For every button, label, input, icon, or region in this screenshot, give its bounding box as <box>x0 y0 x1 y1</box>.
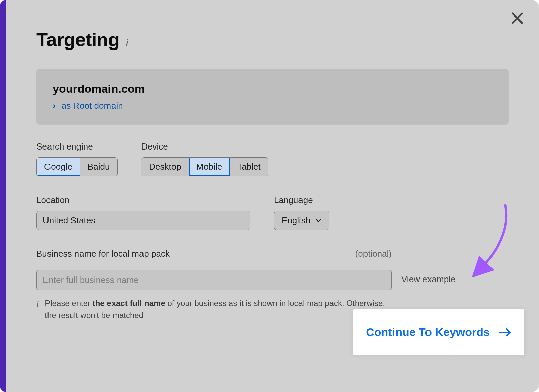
search-engine-group: Google Baidu <box>36 157 118 176</box>
domain-name: yourdomain.com <box>53 82 493 95</box>
close-button[interactable] <box>509 10 526 26</box>
info-icon[interactable]: i <box>125 36 128 49</box>
arrow-right-icon <box>499 328 511 337</box>
info-icon: i <box>36 298 39 321</box>
device-field: Device Desktop Mobile Tablet <box>141 141 268 176</box>
language-label: Language <box>274 195 329 205</box>
view-example-link[interactable]: View example <box>401 274 455 286</box>
page-title: Targeting <box>36 29 119 51</box>
cta-label: Continue To Keywords <box>366 326 490 339</box>
location-field: Location <box>36 195 250 230</box>
business-optional-label: (optional) <box>355 249 392 259</box>
chevron-down-icon <box>315 217 322 224</box>
domain-card: yourdomain.com › as Root domain <box>36 69 509 125</box>
business-hint-text: Please enter the exact full name of your… <box>45 298 392 321</box>
business-name-input[interactable] <box>36 270 392 290</box>
device-group: Desktop Mobile Tablet <box>141 157 268 176</box>
search-engine-option-baidu[interactable]: Baidu <box>80 158 118 176</box>
device-option-tablet[interactable]: Tablet <box>230 158 268 176</box>
location-label: Location <box>36 195 250 205</box>
language-value: English <box>282 215 310 226</box>
business-hint: i Please enter the exact full name of yo… <box>36 298 392 321</box>
location-input[interactable] <box>36 211 250 230</box>
cta-highlight: Continue To Keywords <box>353 309 524 355</box>
language-select[interactable]: English <box>274 211 329 230</box>
continue-to-keywords-button[interactable]: Continue To Keywords <box>366 326 511 339</box>
chevron-right-icon: › <box>53 101 56 111</box>
device-label: Device <box>141 141 268 152</box>
search-engine-option-google[interactable]: Google <box>37 158 80 176</box>
business-name-label: Business name for local map pack <box>36 249 170 259</box>
domain-scope-label: as Root domain <box>62 101 123 111</box>
search-engine-label: Search engine <box>36 141 118 152</box>
app-accent-bar <box>0 0 6 392</box>
language-field: Language English <box>274 195 329 230</box>
search-engine-field: Search engine Google Baidu <box>36 141 118 176</box>
domain-scope-toggle[interactable]: › as Root domain <box>53 101 493 111</box>
close-icon <box>509 10 526 26</box>
device-option-mobile[interactable]: Mobile <box>189 158 230 176</box>
device-option-desktop[interactable]: Desktop <box>141 158 189 176</box>
